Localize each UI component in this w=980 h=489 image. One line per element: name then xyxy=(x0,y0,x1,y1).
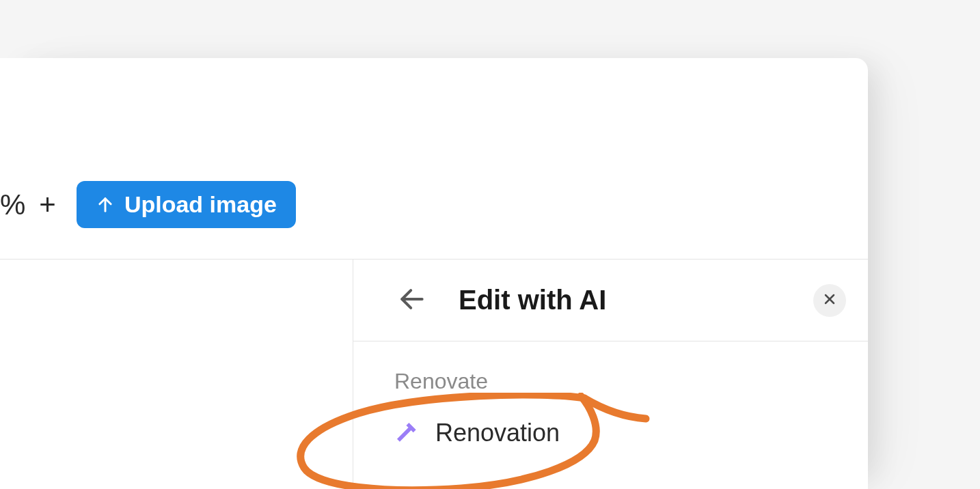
app-container: % + Upload image xyxy=(0,58,868,489)
section-label-renovate: Renovate xyxy=(394,369,827,394)
menu-item-renovation[interactable]: Renovation xyxy=(394,413,827,453)
plus-icon[interactable]: + xyxy=(39,191,56,219)
close-button[interactable] xyxy=(813,284,846,317)
back-button[interactable] xyxy=(393,280,431,320)
arrow-left-icon xyxy=(397,284,427,316)
close-icon xyxy=(821,291,838,309)
upload-button-label: Upload image xyxy=(124,191,277,218)
percent-icon[interactable]: % xyxy=(0,191,25,219)
arrow-up-icon xyxy=(96,195,115,214)
toolbar-content: % + Upload image xyxy=(0,181,296,228)
toolbar: % + Upload image xyxy=(0,58,868,260)
panel-body: Renovate Renovation xyxy=(353,341,868,480)
panel-title: Edit with AI xyxy=(459,285,606,316)
edit-with-ai-panel: Edit with AI Renovate Renovatio xyxy=(353,260,868,489)
upload-image-button[interactable]: Upload image xyxy=(77,181,296,228)
menu-item-label: Renovation xyxy=(435,419,560,447)
panel-header: Edit with AI xyxy=(353,260,868,341)
hammer-icon xyxy=(394,420,420,446)
